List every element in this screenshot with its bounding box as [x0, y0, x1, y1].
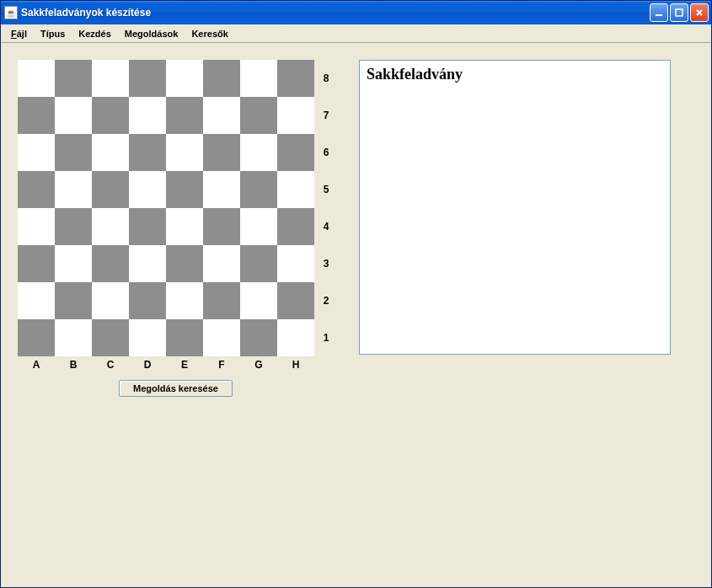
square-d7[interactable]: [129, 97, 166, 134]
menubar: Fájl Típus Kezdés Megoldások Keresők: [1, 24, 711, 43]
file-label-e: E: [166, 356, 203, 373]
square-e1[interactable]: [166, 319, 203, 356]
square-b3[interactable]: [55, 245, 92, 282]
square-b6[interactable]: [55, 134, 92, 171]
rank-label-7: 7: [314, 97, 335, 134]
square-e7[interactable]: [166, 97, 203, 134]
rank-label-2: 2: [314, 282, 335, 319]
rank-label-5: 5: [314, 171, 335, 208]
square-f2[interactable]: [203, 282, 240, 319]
square-b5[interactable]: [55, 171, 92, 208]
left-panel: 8 7 6: [18, 60, 334, 397]
square-g3[interactable]: [240, 245, 277, 282]
square-e2[interactable]: [166, 282, 203, 319]
app-window: ☕ Sakkfeladványok készítése Fájl Típus K…: [0, 0, 712, 588]
square-g1[interactable]: [240, 319, 277, 356]
square-a4[interactable]: [18, 208, 55, 245]
titlebar: ☕ Sakkfeladványok készítése: [1, 1, 711, 24]
square-e6[interactable]: [166, 134, 203, 171]
square-e4[interactable]: [166, 208, 203, 245]
window-controls: [650, 3, 709, 22]
square-a5[interactable]: [18, 171, 55, 208]
square-g7[interactable]: [240, 97, 277, 134]
file-label-c: C: [92, 356, 129, 373]
rank-label-1: 1: [314, 319, 335, 356]
square-a8[interactable]: [18, 60, 55, 97]
chessboard: 8 7 6: [18, 60, 334, 373]
square-e3[interactable]: [166, 245, 203, 282]
square-d4[interactable]: [129, 208, 166, 245]
rank-label-6: 6: [314, 134, 335, 171]
square-a3[interactable]: [18, 245, 55, 282]
square-f3[interactable]: [203, 245, 240, 282]
square-a7[interactable]: [18, 97, 55, 134]
maximize-button[interactable]: [670, 3, 688, 22]
square-a6[interactable]: [18, 134, 55, 171]
square-g4[interactable]: [240, 208, 277, 245]
file-label-f: F: [203, 356, 240, 373]
menu-searchers[interactable]: Keresők: [185, 27, 234, 40]
square-h7[interactable]: [277, 97, 314, 134]
board-corner: [314, 356, 335, 373]
square-c5[interactable]: [92, 171, 129, 208]
square-b2[interactable]: [55, 282, 92, 319]
square-b4[interactable]: [55, 208, 92, 245]
square-h2[interactable]: [277, 282, 314, 319]
rank-label-4: 4: [314, 208, 335, 245]
square-c3[interactable]: [92, 245, 129, 282]
square-d8[interactable]: [129, 60, 166, 97]
file-label-b: B: [55, 356, 92, 373]
file-label-d: D: [129, 356, 166, 373]
square-f4[interactable]: [203, 208, 240, 245]
square-h6[interactable]: [277, 134, 314, 171]
square-g6[interactable]: [240, 134, 277, 171]
square-e5[interactable]: [166, 171, 203, 208]
square-c2[interactable]: [92, 282, 129, 319]
file-label-h: H: [277, 356, 314, 373]
square-d2[interactable]: [129, 282, 166, 319]
square-h1[interactable]: [277, 319, 314, 356]
rank-label-8: 8: [314, 60, 335, 97]
close-button[interactable]: [690, 3, 709, 22]
square-h5[interactable]: [277, 171, 314, 208]
square-a1[interactable]: [18, 319, 55, 356]
square-c7[interactable]: [92, 97, 129, 134]
square-h3[interactable]: [277, 245, 314, 282]
square-h4[interactable]: [277, 208, 314, 245]
square-g8[interactable]: [240, 60, 277, 97]
square-d1[interactable]: [129, 319, 166, 356]
square-d3[interactable]: [129, 245, 166, 282]
square-b1[interactable]: [55, 319, 92, 356]
square-c4[interactable]: [92, 208, 129, 245]
square-c6[interactable]: [92, 134, 129, 171]
square-d6[interactable]: [129, 134, 166, 171]
square-f7[interactable]: [203, 97, 240, 134]
square-e8[interactable]: [166, 60, 203, 97]
square-c1[interactable]: [92, 319, 129, 356]
square-a2[interactable]: [18, 282, 55, 319]
window-title: Sakkfeladványok készítése: [21, 7, 650, 19]
menu-type[interactable]: Típus: [34, 27, 72, 40]
svg-rect-1: [676, 9, 683, 16]
menu-solutions[interactable]: Megoldások: [118, 27, 185, 40]
solve-button[interactable]: Megoldás keresése: [119, 380, 233, 397]
java-app-icon: ☕: [4, 6, 18, 19]
square-f6[interactable]: [203, 134, 240, 171]
square-b8[interactable]: [55, 60, 92, 97]
square-f1[interactable]: [203, 319, 240, 356]
solve-button-row: Megoldás keresése: [18, 380, 334, 397]
square-g2[interactable]: [240, 282, 277, 319]
square-f5[interactable]: [203, 171, 240, 208]
menu-start[interactable]: Kezdés: [72, 27, 118, 40]
square-c8[interactable]: [92, 60, 129, 97]
square-b7[interactable]: [55, 97, 92, 134]
output-panel: Sakkfeladvány: [359, 60, 671, 355]
square-f8[interactable]: [203, 60, 240, 97]
square-h8[interactable]: [277, 60, 314, 97]
menu-file[interactable]: Fájl: [4, 27, 34, 40]
square-g5[interactable]: [240, 171, 277, 208]
content-area: 8 7 6: [1, 43, 711, 587]
square-d5[interactable]: [129, 171, 166, 208]
minimize-button[interactable]: [650, 3, 668, 22]
file-label-g: G: [240, 356, 277, 373]
